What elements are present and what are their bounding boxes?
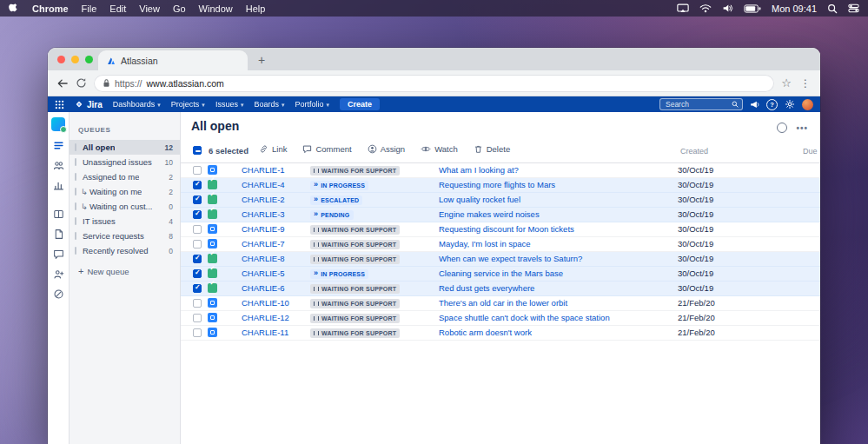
control-center-icon[interactable] <box>848 3 859 13</box>
jira-nav-menu[interactable]: Projects <box>171 100 205 109</box>
jira-logo[interactable]: Jira <box>75 100 103 109</box>
user-avatar[interactable] <box>802 99 813 110</box>
issue-key-link[interactable]: CHARLIE-3 <box>242 208 285 222</box>
row-checkbox[interactable] <box>193 299 202 308</box>
new-tab-button[interactable]: + <box>258 53 265 70</box>
jira-nav-menu[interactable]: Portfolio <box>295 100 329 109</box>
address-bar[interactable]: https:// www.atlassian.com <box>94 75 774 92</box>
issue-key-link[interactable]: CHARLIE-2 <box>242 193 285 207</box>
issue-summary-link[interactable]: What am I looking at? <box>439 163 519 177</box>
issue-key-link[interactable]: CHARLIE-8 <box>242 252 285 266</box>
link-button[interactable]: Link <box>259 144 287 154</box>
info-icon[interactable] <box>777 123 787 133</box>
issue-key-link[interactable]: CHARLIE-7 <box>242 237 285 251</box>
issue-key-link[interactable]: CHARLIE-5 <box>242 267 285 281</box>
issue-row[interactable]: CHARLIE-5 IN PROGRESS Cleaning service i… <box>181 267 820 282</box>
settings-gear-icon[interactable] <box>785 99 795 109</box>
issue-key-link[interactable]: CHARLIE-4 <box>242 178 285 192</box>
row-checkbox[interactable] <box>193 314 202 322</box>
row-checkbox[interactable] <box>193 166 202 175</box>
issue-row[interactable]: CHARLIE-3 PENDING Engine makes weird noi… <box>181 208 820 222</box>
row-checkbox[interactable] <box>193 269 202 278</box>
issue-summary-link[interactable]: Engine makes weird noises <box>439 208 540 222</box>
queues-nav-icon[interactable] <box>53 140 64 151</box>
queue-item[interactable]: Assigned to me 2 <box>70 169 180 184</box>
new-queue-button[interactable]: + New queue <box>78 267 180 276</box>
project-avatar[interactable] <box>51 117 65 131</box>
issue-summary-link[interactable]: When can we expect travels to Saturn? <box>439 252 582 266</box>
delete-button[interactable]: Delete <box>474 144 510 154</box>
browser-menu-icon[interactable]: ⋮ <box>800 77 812 89</box>
issue-row[interactable]: CHARLIE-4 IN PROGRESS Requesting more fl… <box>181 178 820 193</box>
jira-nav-menu[interactable]: Issues <box>215 100 244 109</box>
assign-button[interactable]: Assign <box>368 144 406 154</box>
customers-nav-icon[interactable] <box>53 160 64 171</box>
battery-icon[interactable] <box>744 4 761 13</box>
close-window-button[interactable] <box>57 56 65 63</box>
row-checkbox[interactable] <box>193 210 202 219</box>
minimize-window-button[interactable] <box>71 56 79 63</box>
issue-summary-link[interactable]: Robotic arm doesn't work <box>439 326 532 340</box>
queue-item[interactable]: ↳Waiting on cust... 0 <box>70 199 180 214</box>
wifi-icon[interactable] <box>699 3 712 13</box>
issue-row[interactable]: CHARLIE-6 WAITING FOR SUPPORT Red dust g… <box>181 282 820 296</box>
queue-item[interactable]: Recently resolved 0 <box>70 243 180 258</box>
issue-key-link[interactable]: CHARLIE-10 <box>242 296 289 310</box>
spotlight-search-icon[interactable] <box>827 3 838 14</box>
issue-row[interactable]: CHARLIE-12 WAITING FOR SUPPORT Space shu… <box>181 311 820 326</box>
more-actions-icon[interactable]: ••• <box>796 123 808 133</box>
issue-row[interactable]: CHARLIE-11 WAITING FOR SUPPORT Robotic a… <box>181 326 820 341</box>
issue-summary-link[interactable]: Mayday, I'm lost in space <box>439 237 531 251</box>
issue-key-link[interactable]: CHARLIE-11 <box>242 326 288 340</box>
issue-summary-link[interactable]: Cleaning service in the Mars base <box>439 267 563 281</box>
reload-button[interactable] <box>76 77 87 89</box>
zoom-window-button[interactable] <box>85 56 93 63</box>
issue-summary-link[interactable]: Requesting discount for Moon tickets <box>439 222 574 236</box>
issue-summary-link[interactable]: Space shuttle can't dock with the space … <box>439 311 610 325</box>
create-button[interactable]: Create <box>340 98 380 110</box>
channels-nav-icon[interactable] <box>53 249 64 260</box>
queue-item[interactable]: Unassigned issues 10 <box>70 155 180 169</box>
board-nav-icon[interactable] <box>53 209 64 220</box>
invite-team-nav-icon[interactable] <box>53 268 64 280</box>
issue-summary-link[interactable]: Low quality rocket fuel <box>439 193 520 207</box>
queue-item[interactable]: IT issues 4 <box>70 214 180 229</box>
menu-item[interactable]: View <box>139 3 160 14</box>
jira-search-field[interactable] <box>659 98 743 110</box>
issue-summary-link[interactable]: Red dust gets everywhere <box>439 282 534 295</box>
jira-nav-menu[interactable]: Dashboards <box>113 100 161 109</box>
issue-summary-link[interactable]: There's an old car in the lower orbit <box>439 296 567 310</box>
issue-key-link[interactable]: CHARLIE-6 <box>242 282 285 295</box>
issue-row[interactable]: CHARLIE-10 WAITING FOR SUPPORT There's a… <box>181 296 820 311</box>
row-checkbox[interactable] <box>193 195 202 204</box>
jira-nav-menu[interactable]: Boards <box>254 100 284 109</box>
issue-summary-link[interactable]: Requesting more flights to Mars <box>439 178 555 192</box>
row-checkbox[interactable] <box>193 255 202 263</box>
help-icon[interactable]: ? <box>766 99 778 110</box>
issue-row[interactable]: CHARLIE-8 WAITING FOR SUPPORT When can w… <box>181 252 820 267</box>
announcements-icon[interactable] <box>750 100 759 109</box>
bookmark-star-icon[interactable]: ☆ <box>781 77 792 89</box>
row-checkbox[interactable] <box>193 284 202 293</box>
volume-icon[interactable] <box>722 3 733 13</box>
issue-key-link[interactable]: CHARLIE-9 <box>242 222 285 236</box>
knowledge-base-nav-icon[interactable] <box>53 229 64 240</box>
reports-nav-icon[interactable] <box>53 180 64 191</box>
row-checkbox[interactable] <box>193 240 202 249</box>
watch-button[interactable]: Watch <box>421 144 458 154</box>
issue-key-link[interactable]: CHARLIE-12 <box>242 311 289 325</box>
row-checkbox[interactable] <box>193 181 202 189</box>
screen-mirroring-icon[interactable] <box>677 3 689 13</box>
queue-item[interactable]: Service requests 8 <box>70 229 180 243</box>
menu-item[interactable]: File <box>82 3 97 14</box>
issue-row[interactable]: CHARLIE-7 WAITING FOR SUPPORT Mayday, I'… <box>181 237 820 252</box>
row-checkbox[interactable] <box>193 225 202 234</box>
issue-row[interactable]: CHARLIE-2 ESCALATED Low quality rocket f… <box>181 193 820 208</box>
browser-tab[interactable]: Atlassian <box>98 50 248 70</box>
menu-item[interactable]: Chrome <box>32 3 69 14</box>
issue-row[interactable]: CHARLIE-1 WAITING FOR SUPPORT What am I … <box>181 163 820 178</box>
issue-row[interactable]: CHARLIE-9 WAITING FOR SUPPORT Requesting… <box>181 222 820 237</box>
back-button[interactable] <box>56 78 69 89</box>
jira-search-input[interactable] <box>664 99 728 109</box>
select-all-checkbox[interactable] <box>193 146 202 155</box>
